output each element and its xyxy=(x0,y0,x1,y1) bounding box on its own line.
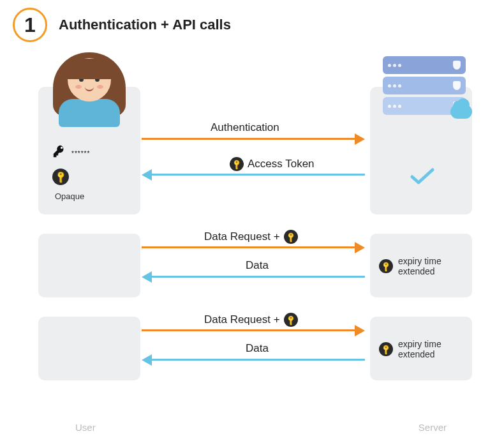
key-icon xyxy=(52,144,66,162)
token-type-label: Opaque xyxy=(55,191,140,201)
diagram-title: Authentication + API calls xyxy=(59,17,231,33)
flow-label-3: Data Request +🔑 xyxy=(204,230,298,244)
cloud-icon xyxy=(450,105,472,119)
flow-label-4: Data xyxy=(246,259,269,272)
user-card-auth: ****** 🔑 Opaque xyxy=(38,87,140,214)
server-annotation-2: 🔑 expiry time extended xyxy=(379,339,456,359)
user-card-request-2 xyxy=(38,317,140,380)
token-icon: 🔑 xyxy=(230,157,244,171)
token-icon: 🔑 xyxy=(52,169,69,185)
server-column-label: Server xyxy=(419,422,447,433)
diagram-canvas: ****** 🔑 Opaque 🔑 expiry time extend xyxy=(0,42,504,438)
checkmark-icon xyxy=(410,167,435,186)
flow-label-5: Data Request +🔑 xyxy=(204,313,298,327)
flow-arrow-2 xyxy=(142,174,365,176)
token-icon: 🔑 xyxy=(284,230,298,244)
flow-label-6: Data xyxy=(246,342,269,355)
step-number-badge: 1 xyxy=(13,8,47,42)
token-icon: 🔑 xyxy=(379,259,393,273)
token-icon: 🔑 xyxy=(379,342,393,356)
server-annotation-1: 🔑 expiry time extended xyxy=(379,256,456,276)
user-column-label: User xyxy=(75,422,96,433)
server-card-auth xyxy=(370,87,472,214)
flow-arrow-4 xyxy=(142,276,365,278)
flow-arrow-5 xyxy=(142,329,365,331)
flow-label-1: Authentication xyxy=(211,121,279,134)
password-mask: ****** xyxy=(71,150,90,157)
token-icon: 🔑 xyxy=(284,313,298,327)
flow-arrow-6 xyxy=(142,359,365,361)
flow-arrow-1 xyxy=(142,138,365,140)
flow-arrow-3 xyxy=(142,246,365,248)
server-stack-icon xyxy=(383,56,466,115)
user-avatar xyxy=(45,55,134,144)
flow-label-2: 🔑Access Token xyxy=(230,157,315,171)
user-card-request-1 xyxy=(38,234,140,297)
